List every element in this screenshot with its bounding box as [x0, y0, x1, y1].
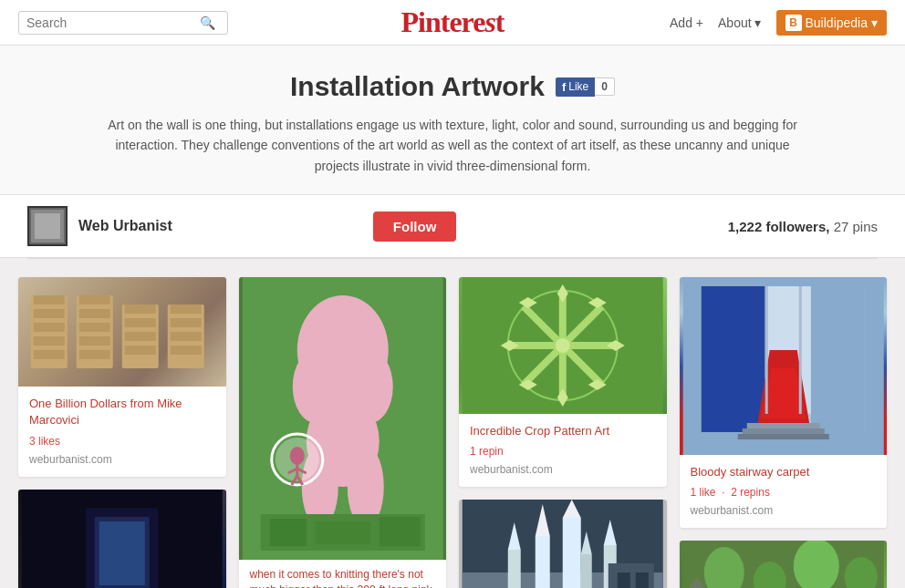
pins-grid: One Billion Dollars from Mike Marcovici … [0, 259, 905, 588]
svg-rect-6 [34, 323, 65, 332]
search-input[interactable] [26, 15, 200, 30]
svg-rect-93 [737, 434, 828, 439]
pin-likes: 1 like · 2 repins [691, 486, 877, 499]
avatar [27, 206, 68, 246]
about-button[interactable]: About ▾ [718, 15, 761, 30]
trees-illustration [680, 541, 888, 588]
facebook-like-button[interactable]: f Like [556, 77, 595, 97]
svg-rect-91 [746, 423, 819, 428]
svg-rect-95 [798, 286, 801, 414]
dark-illustration [18, 490, 226, 588]
pin-card[interactable] [459, 500, 667, 588]
svg-rect-22 [171, 318, 202, 327]
pallets-illustration [18, 277, 226, 387]
add-button[interactable]: Add + [670, 15, 703, 30]
pin-card[interactable]: Bloody stairway carpet 1 like · 2 repins… [680, 277, 888, 528]
svg-rect-14 [79, 350, 110, 359]
svg-rect-82 [618, 573, 630, 588]
svg-point-40 [289, 447, 304, 465]
pin-likes: 3 likes [29, 435, 215, 448]
svg-rect-87 [810, 286, 865, 432]
pin-info: Incredible Crop Pattern Art 1 repin webu… [459, 414, 667, 487]
svg-rect-8 [34, 350, 65, 359]
pin-source: weburbanist.com [691, 504, 877, 517]
pin-caption: when it comes to knitting there's not mu… [239, 560, 447, 588]
svg-rect-83 [636, 573, 649, 588]
page-title: Installation Artwork f Like 0 [290, 71, 615, 102]
svg-rect-17 [125, 318, 156, 327]
svg-rect-92 [742, 428, 824, 434]
pin-card[interactable]: Incredible Crop Pattern Art 1 repin webu… [459, 277, 667, 487]
svg-rect-18 [125, 332, 156, 341]
profile-bar: Web Urbanist Follow 1,222 followers, 27 … [0, 195, 905, 258]
header-right: Add + About ▾ B Buildipedia ▾ [670, 10, 887, 36]
svg-rect-2 [35, 213, 60, 239]
pin-image [18, 277, 226, 387]
logo-area: Pinterest [400, 5, 504, 39]
pin-info: Bloody stairway carpet 1 like · 2 repins… [680, 455, 888, 528]
pin-image [680, 541, 888, 588]
pin-column-1: One Billion Dollars from Mike Marcovici … [18, 277, 226, 588]
red-carpet-illustration [680, 277, 888, 455]
svg-rect-16 [125, 304, 156, 314]
crop-illustration [459, 277, 667, 414]
svg-rect-21 [171, 304, 202, 314]
pin-column-3: Incredible Crop Pattern Art 1 repin webu… [459, 277, 667, 588]
pin-info: One Billion Dollars from Mike Marcovici … [18, 387, 226, 476]
svg-rect-71 [536, 536, 550, 588]
sculpture-illustration [239, 277, 447, 560]
pin-card[interactable] [680, 541, 888, 588]
svg-point-68 [556, 338, 570, 353]
facebook-like-box: f Like 0 [556, 77, 615, 97]
pin-source: weburbanist.com [470, 463, 656, 476]
svg-rect-75 [508, 550, 521, 588]
pinterest-logo: Pinterest [400, 5, 504, 38]
svg-rect-28 [99, 521, 145, 585]
cathedral-illustration [459, 500, 667, 588]
svg-rect-94 [765, 286, 767, 414]
pin-title: One Billion Dollars from Mike Marcovici [29, 396, 215, 428]
pin-column-4: Bloody stairway carpet 1 like · 2 repins… [680, 277, 888, 588]
pin-column-2: when it comes to knitting there's not mu… [239, 277, 447, 588]
svg-rect-24 [171, 346, 202, 355]
profile-name: Web Urbanist [78, 218, 172, 234]
facebook-icon: f [562, 80, 566, 94]
svg-rect-5 [34, 309, 65, 318]
search-form: 🔍 [18, 11, 228, 35]
search-button[interactable]: 🔍 [200, 15, 215, 30]
svg-point-102 [793, 541, 838, 588]
svg-rect-79 [581, 554, 592, 588]
facebook-count: 0 [595, 77, 615, 96]
pin-image [459, 277, 667, 414]
pin-title: Incredible Crop Pattern Art [470, 423, 656, 439]
pin-title: Bloody stairway carpet [691, 464, 877, 480]
pin-card[interactable] [18, 490, 226, 588]
svg-rect-48 [315, 521, 369, 544]
pin-image [18, 490, 226, 588]
svg-rect-49 [379, 517, 420, 546]
svg-rect-4 [34, 295, 65, 304]
avatar-image [29, 208, 66, 244]
buildipedia-button[interactable]: B Buildipedia ▾ [776, 10, 888, 36]
pin-source: weburbanist.com [29, 453, 215, 466]
svg-rect-86 [701, 286, 765, 432]
pin-image [459, 500, 667, 588]
svg-rect-73 [563, 518, 581, 588]
pin-image [239, 277, 447, 560]
svg-rect-12 [79, 323, 110, 332]
svg-rect-7 [34, 336, 65, 346]
followers-count: 1,222 followers, [728, 219, 834, 234]
hero-description: Art on the wall is one thing, but instal… [106, 115, 799, 176]
followers-info: 1,222 followers, 27 pins [728, 219, 878, 234]
svg-rect-10 [79, 295, 110, 304]
pins-count: 27 pins [834, 219, 878, 234]
pin-card[interactable]: One Billion Dollars from Mike Marcovici … [18, 277, 226, 476]
hero-section: Installation Artwork f Like 0 Art on the… [0, 46, 905, 195]
pin-image [680, 277, 888, 455]
svg-rect-23 [171, 332, 202, 341]
pin-card[interactable]: when it comes to knitting there's not mu… [239, 277, 447, 588]
follow-button[interactable]: Follow [373, 211, 457, 242]
buildipedia-icon: B [785, 15, 802, 31]
svg-rect-11 [79, 309, 110, 318]
pin-likes: 1 repin [470, 445, 656, 458]
